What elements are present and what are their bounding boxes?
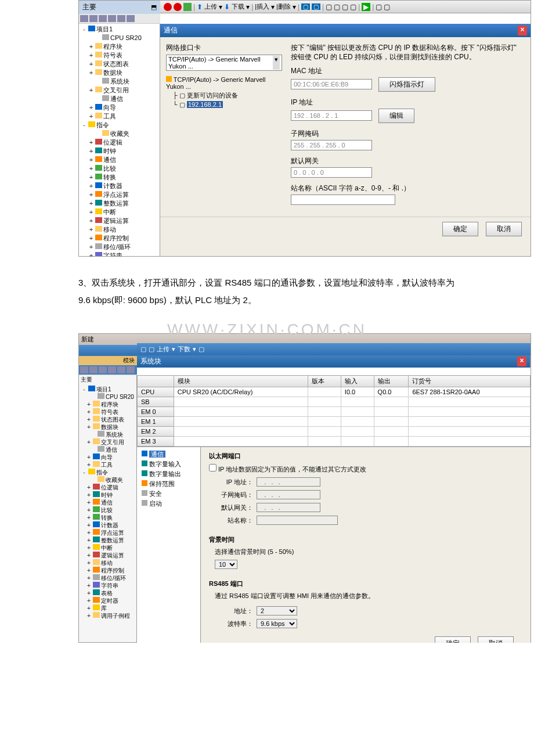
tree-item[interactable]: +数据块 <box>80 69 158 77</box>
table-row[interactable]: EM 2 <box>138 427 531 437</box>
gateway-input[interactable] <box>257 503 320 512</box>
upload-label[interactable]: 上传 <box>157 345 169 354</box>
tree-item[interactable]: +状态图表 <box>80 60 158 69</box>
delete-label[interactable]: |删除 <box>276 2 291 11</box>
tb-btn[interactable]: ▢ <box>342 3 348 11</box>
tree-item[interactable]: +移动 <box>80 559 135 567</box>
table-row[interactable]: EM 1 <box>138 417 531 427</box>
tree-item[interactable]: +整数运算 <box>80 199 158 208</box>
nic-tree-root[interactable]: TCP/IP(Auto) -> Generic Marvell Yukon ..… <box>166 75 282 91</box>
compile-icon[interactable] <box>183 3 192 11</box>
tree-item[interactable]: -指令 <box>80 121 158 129</box>
tree-item[interactable]: +程序控制 <box>80 567 135 574</box>
tree-item[interactable]: +比较 <box>80 164 158 173</box>
tree-item[interactable]: +浮点运算 <box>80 190 158 199</box>
tree-item[interactable]: +通信 <box>80 499 135 506</box>
download-label[interactable]: 下数 <box>178 345 190 354</box>
tree-item[interactable]: +程序块 <box>80 401 135 408</box>
tree-item[interactable]: +程序块 <box>80 42 158 51</box>
close-icon[interactable]: × <box>517 357 526 366</box>
tb2-icon[interactable]: ▢ <box>140 345 146 353</box>
tree-item[interactable]: +工具 <box>80 112 158 121</box>
tree-item[interactable]: +交叉引用 <box>80 86 158 95</box>
tt-icon[interactable] <box>99 15 107 22</box>
tree-item[interactable]: 收藏夹 <box>80 129 158 138</box>
tree-item[interactable]: +位逻辑 <box>80 484 135 491</box>
table-row[interactable]: EM 0 <box>138 407 531 417</box>
tree-item[interactable]: +移位/循环 <box>80 243 158 251</box>
tb-btn[interactable]: ▢ <box>326 3 332 11</box>
tree-item[interactable]: +时钟 <box>80 147 158 156</box>
tree-item[interactable]: +数据块 <box>80 423 135 431</box>
refresh-devices[interactable]: ├ ▢ 更新可访问的设备 <box>166 91 282 100</box>
tb-btn[interactable]: ▢ <box>301 3 310 10</box>
tree-item[interactable]: +移位/循环 <box>80 574 135 582</box>
tree-item[interactable]: +状态图表 <box>80 416 135 423</box>
tree-item[interactable]: +逻辑运算 <box>80 217 158 225</box>
tree-item[interactable]: CPU SR20 <box>80 34 158 42</box>
tree-item[interactable]: +位逻辑 <box>80 138 158 147</box>
tree-item[interactable]: +调用子例程 <box>80 612 135 620</box>
table-row[interactable]: EM 3 <box>138 437 531 447</box>
nic-dropdown[interactable]: TCP/IP(Auto) -> Generic Marvell Yukon ..… <box>166 55 282 71</box>
upload-icon[interactable]: ⬆ <box>197 3 203 11</box>
tree-item[interactable]: +移动 <box>80 225 158 234</box>
tree-item[interactable]: +计数器 <box>80 182 158 190</box>
close-icon[interactable]: × <box>518 26 527 35</box>
tree-item[interactable]: 通信 <box>80 446 135 453</box>
tree-item[interactable]: 系统块 <box>80 77 158 86</box>
table-row[interactable]: SB <box>138 397 531 407</box>
addr-select[interactable]: 2 <box>257 606 297 615</box>
ip-input[interactable] <box>257 477 320 487</box>
tree-item[interactable]: +浮点运算 <box>80 529 135 537</box>
baud-select[interactable]: 9.6 kbps <box>257 619 297 628</box>
tree-item[interactable]: +向导 <box>80 453 135 461</box>
settings-tree-item[interactable]: 通信 <box>139 449 198 459</box>
settings-tree-item[interactable]: 启动 <box>139 499 198 509</box>
tb2-icon[interactable]: ▢ <box>199 345 204 353</box>
tree-item[interactable]: +通信 <box>80 156 158 164</box>
tb-btn[interactable]: ▢ <box>376 3 382 11</box>
tree-item[interactable]: -项目1 <box>80 386 135 393</box>
tree-item[interactable]: +符号表 <box>80 408 135 416</box>
tree-item[interactable]: +中断 <box>80 544 135 552</box>
pin-icon[interactable]: ⬒ <box>151 3 157 11</box>
tree-item[interactable]: 通信 <box>80 95 158 103</box>
ok-button[interactable]: 确定 <box>442 222 478 236</box>
tree-item[interactable]: CPU SR20 <box>80 393 135 401</box>
upload-label[interactable]: 上传 <box>204 2 217 11</box>
download-icon[interactable]: ⬇ <box>224 3 230 11</box>
tt-icon[interactable] <box>108 15 116 22</box>
subnet-input[interactable] <box>257 490 320 499</box>
tree-item[interactable]: +转换 <box>80 514 135 521</box>
tb-btn[interactable]: ▢ <box>384 3 390 11</box>
tt-icon[interactable] <box>89 15 98 22</box>
insert-label[interactable]: |插入 <box>255 2 269 11</box>
bgtime-select[interactable]: 10 <box>215 560 237 569</box>
tree-item[interactable]: +工具 <box>80 461 135 469</box>
stop-icon[interactable] <box>174 3 182 11</box>
tree-item[interactable]: +程序控制 <box>80 234 158 243</box>
tree-item[interactable]: -指令 <box>80 469 135 476</box>
tree-item[interactable]: +时钟 <box>80 491 135 499</box>
found-cpu-ip[interactable]: └ ▢ 192.168.2.1 <box>166 100 282 109</box>
tree-item[interactable]: -项目1 <box>80 25 158 34</box>
tree-item[interactable]: +计数器 <box>80 521 135 529</box>
tree-item[interactable]: +整数运算 <box>80 537 135 544</box>
tt-icon[interactable] <box>117 15 125 22</box>
tree-item[interactable]: +转换 <box>80 173 158 182</box>
tree-item[interactable]: +表格 <box>80 589 135 597</box>
tree-item[interactable]: +中断 <box>80 208 158 217</box>
edit-button[interactable]: 编辑 <box>378 109 414 123</box>
tree-item[interactable]: +逻辑运算 <box>80 552 135 559</box>
settings-tree-item[interactable]: 数字量输出 <box>139 469 198 479</box>
ip-fixed-checkbox[interactable]: IP 地址数据固定为下面的值，不能通过其它方式更改 <box>209 464 522 474</box>
tree-item[interactable]: +库 <box>80 604 135 612</box>
cancel-button[interactable]: 取消 <box>486 222 522 236</box>
table-row[interactable]: CPUCPU SR20 (AC/DC/Relay)I0.0Q0.06ES7 28… <box>138 387 531 397</box>
tree-item[interactable]: +交叉引用 <box>80 438 135 446</box>
tb2-icon[interactable]: ▢ <box>149 345 154 353</box>
tree-item[interactable]: +定时器 <box>80 597 135 604</box>
settings-tree-item[interactable]: 数字量输入 <box>139 459 198 469</box>
blink-led-button[interactable]: 闪烁指示灯 <box>378 77 435 92</box>
